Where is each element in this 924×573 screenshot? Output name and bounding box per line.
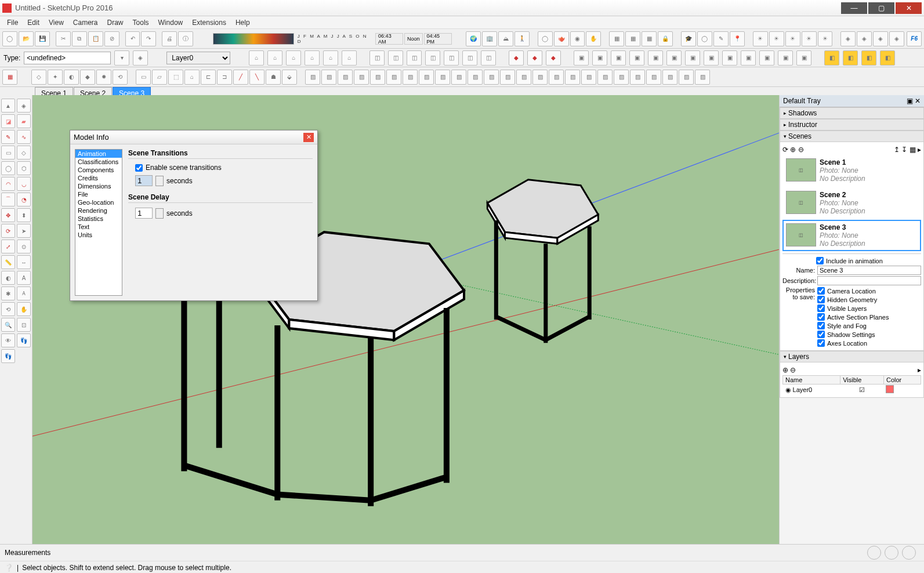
axes-tool-icon[interactable]: ✱	[1, 286, 15, 300]
t3x0-icon[interactable]: ▨	[305, 70, 320, 85]
paste-icon[interactable]: 📋	[88, 31, 103, 46]
view1-icon[interactable]: ▦	[609, 31, 624, 46]
arc3-tool-icon[interactable]: ⌒	[1, 193, 15, 206]
arc-tool-icon[interactable]: ◠	[1, 177, 15, 191]
t3x16-icon[interactable]: ▨	[565, 70, 580, 85]
t3l-icon[interactable]: ⊐	[217, 70, 232, 85]
copy-icon[interactable]: ⧉	[72, 31, 87, 46]
panel-scenes[interactable]: Scenes	[780, 130, 924, 142]
render12-icon[interactable]: ▣	[778, 50, 793, 66]
dialog-category-item[interactable]: Geo-location	[75, 198, 122, 206]
menu-camera[interactable]: Camera	[68, 17, 103, 28]
eraser-tool-icon[interactable]: ◪	[1, 114, 15, 128]
spinner-icon[interactable]	[155, 208, 164, 219]
t3k-icon[interactable]: ⊏	[201, 70, 216, 85]
protractor-tool-icon[interactable]: ◐	[1, 271, 15, 285]
scene-down-icon[interactable]: ↧	[901, 146, 907, 154]
red2-icon[interactable]: ◆	[527, 50, 542, 66]
box1-icon[interactable]: ◈	[840, 31, 856, 46]
cube4-icon[interactable]: ◫	[425, 50, 440, 66]
menu-draw[interactable]: Draw	[103, 17, 128, 28]
maximize-button[interactable]: ▢	[868, 2, 894, 14]
dialog-category-item[interactable]: File	[75, 190, 122, 198]
paint-tool-icon[interactable]: ▰	[17, 114, 31, 128]
include-anim-check[interactable]	[816, 257, 824, 264]
minimize-button[interactable]: —	[841, 2, 867, 14]
t3x22-icon[interactable]: ▨	[662, 70, 677, 85]
select-tool-icon[interactable]: ▲	[1, 99, 15, 113]
text-tool-icon[interactable]: A	[17, 271, 31, 285]
followme-tool-icon[interactable]: ➤	[17, 224, 31, 238]
move-tool-icon[interactable]: ✥	[1, 208, 15, 222]
tape-tool-icon[interactable]: 📏	[1, 255, 15, 269]
house5-icon[interactable]: ⌂	[323, 50, 338, 66]
t3x15-icon[interactable]: ▨	[549, 70, 564, 85]
dialog-category-item[interactable]: Credits	[75, 174, 122, 182]
scene-desc-input[interactable]	[817, 276, 921, 285]
t3x20-icon[interactable]: ▨	[630, 70, 645, 85]
t3b-icon[interactable]: ✦	[48, 70, 63, 85]
render3-icon[interactable]: ▣	[611, 50, 626, 66]
panel-shadows[interactable]: Shadows	[780, 107, 924, 119]
close-button[interactable]: ✕	[896, 2, 922, 14]
hat-icon[interactable]: 🎓	[681, 31, 696, 46]
t3x12-icon[interactable]: ▨	[500, 70, 515, 85]
circle1-icon[interactable]: ◯	[538, 31, 553, 46]
t3x3-icon[interactable]: ▨	[354, 70, 369, 85]
t3h-icon[interactable]: ▱	[152, 70, 167, 85]
tray-header[interactable]: Default Tray▣ ✕	[780, 95, 924, 107]
red1-icon[interactable]: ◆	[509, 50, 524, 66]
layer-row[interactable]: ◉ Layer0☑	[783, 385, 921, 396]
t3x7-icon[interactable]: ▨	[419, 70, 434, 85]
yellowbox4-icon[interactable]: ◧	[880, 50, 895, 66]
dialog-category-item[interactable]: Statistics	[75, 215, 122, 223]
t3x13-icon[interactable]: ▨	[516, 70, 531, 85]
sb-icon-3[interactable]	[902, 546, 916, 560]
t3n-icon[interactable]: ╲	[249, 70, 264, 85]
t3x6-icon[interactable]: ▨	[403, 70, 418, 85]
3dtext-tool-icon[interactable]: Ａ	[17, 286, 31, 300]
t3m-icon[interactable]: ╱	[233, 70, 248, 85]
t3e-icon[interactable]: ✸	[96, 70, 111, 85]
teapot-icon[interactable]: 🫖	[554, 31, 569, 46]
t3j-icon[interactable]: ⌂	[184, 70, 200, 85]
spinner-icon[interactable]	[155, 176, 164, 186]
look-tool-icon[interactable]: 👣	[1, 349, 15, 363]
shadow-date-slider[interactable]	[213, 33, 294, 45]
scene-up-icon[interactable]: ↥	[894, 146, 900, 154]
pan-tool-icon[interactable]: ✋	[17, 302, 31, 316]
fx-icon[interactable]: F6	[907, 31, 922, 46]
house6-icon[interactable]: ⌂	[342, 50, 357, 66]
dialog-category-item[interactable]: Classifications	[75, 158, 122, 166]
freehand-tool-icon[interactable]: ∿	[17, 130, 31, 144]
t3x24-icon[interactable]: ▨	[695, 70, 710, 85]
box2-icon[interactable]: ◈	[857, 31, 872, 46]
type-btn1[interactable]: ▾	[114, 50, 129, 66]
pie-tool-icon[interactable]: ◔	[17, 193, 31, 206]
t3i-icon[interactable]: ⬚	[168, 70, 183, 85]
person-icon[interactable]: 🚶	[514, 31, 530, 46]
new-icon[interactable]: ◯	[2, 31, 17, 46]
layer-select[interactable]: Layer0	[166, 52, 230, 64]
menu-view[interactable]: View	[44, 17, 68, 28]
menu-file[interactable]: File	[2, 17, 23, 28]
delete-icon[interactable]: ⊘	[104, 31, 119, 46]
ring-icon[interactable]: ◯	[697, 31, 712, 46]
render11-icon[interactable]: ▣	[759, 50, 774, 66]
t3x11-icon[interactable]: ▨	[484, 70, 499, 85]
scale-tool-icon[interactable]: ⤢	[1, 240, 15, 253]
t3x21-icon[interactable]: ▨	[646, 70, 661, 85]
prop-check[interactable]	[817, 313, 825, 321]
sect-tool-icon[interactable]: 👁	[1, 333, 15, 347]
yellowbox1-icon[interactable]: ◧	[824, 50, 839, 66]
arc2-tool-icon[interactable]: ◡	[17, 177, 31, 191]
save-icon[interactable]: 💾	[35, 31, 50, 46]
t3d-icon[interactable]: ◆	[80, 70, 95, 85]
t3x18-icon[interactable]: ▨	[597, 70, 613, 85]
cube6-icon[interactable]: ◫	[462, 50, 477, 66]
line-tool-icon[interactable]: ✎	[1, 130, 15, 144]
t3x1-icon[interactable]: ▨	[321, 70, 336, 85]
hand-icon[interactable]: ✋	[586, 31, 601, 46]
sphere-icon[interactable]: ◉	[570, 31, 585, 46]
cube5-icon[interactable]: ◫	[444, 50, 459, 66]
